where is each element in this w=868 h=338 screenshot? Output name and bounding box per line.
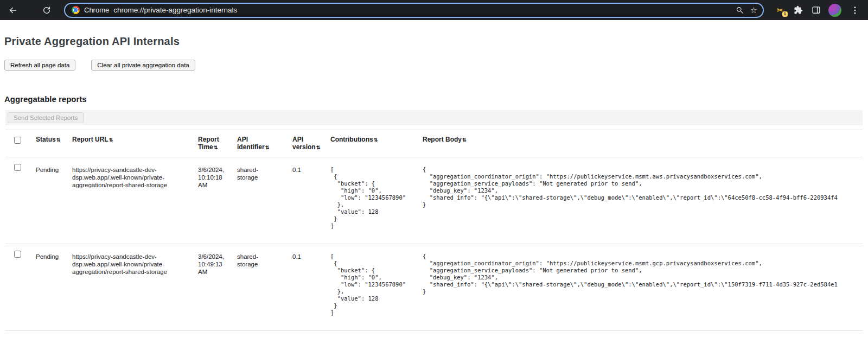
extension-badge: 1 [782, 11, 788, 17]
page-title: Private Aggregation API Internals [4, 35, 864, 48]
status-cell: Pending [33, 157, 69, 244]
puzzle-icon [794, 5, 803, 15]
table-header-row: Status⇅ Report URL⇅ Report Time⇅ API ide… [5, 130, 863, 157]
chrome-logo-icon [72, 6, 80, 14]
report-url-cell: https://privacy-sandcastle-dev-dsp.web.a… [69, 244, 195, 331]
back-icon [8, 5, 18, 15]
table-row: Pending https://privacy-sandcastle-dev-d… [5, 244, 863, 331]
send-selected-reports-button: Send Selected Reports [8, 112, 84, 123]
sort-icon: ⇅ [316, 145, 321, 150]
send-reports-bar: Send Selected Reports [5, 110, 863, 125]
reports-table: Status⇅ Report URL⇅ Report Time⇅ API ide… [5, 130, 863, 331]
header-contributions[interactable]: Contributions⇅ [327, 130, 419, 157]
report-time-cell: 3/6/2024, 10:10:18 AM [195, 157, 234, 244]
report-time-cell: 3/6/2024, 10:49:13 AM [195, 244, 234, 331]
contributions-json: [ { "bucket": { "high": "0", "low": "123… [330, 166, 416, 229]
side-panel-icon [812, 5, 821, 15]
report-body-cell: { "aggregation_coordinator_origin": "htt… [419, 157, 863, 244]
contributions-cell: [ { "bucket": { "high": "0", "low": "123… [327, 244, 419, 331]
report-body-json: { "aggregation_coordinator_origin": "htt… [423, 166, 859, 208]
row-checkbox[interactable] [14, 164, 21, 171]
api-identifier-cell: shared-storage [234, 244, 289, 331]
api-identifier-cell: shared-storage [234, 157, 289, 244]
api-version-cell: 0.1 [289, 244, 327, 331]
url-text[interactable]: chrome://private-aggregation-internals [113, 6, 731, 14]
row-checkbox[interactable] [14, 251, 21, 258]
contributions-cell: [ { "bucket": { "high": "0", "low": "123… [327, 157, 419, 244]
back-button[interactable] [5, 3, 21, 18]
extensions-menu-button[interactable] [793, 5, 803, 16]
page-actions: Refresh all page data Clear all private … [4, 60, 864, 71]
sort-icon: ⇅ [374, 137, 378, 143]
reload-button[interactable] [39, 3, 54, 18]
table-row: Pending https://privacy-sandcastle-dev-d… [5, 157, 863, 244]
header-api-identifier[interactable]: API identifier⇅ [234, 130, 289, 157]
pinned-extension-button[interactable]: ✂ 1 [775, 5, 786, 16]
header-api-version[interactable]: API version⇅ [289, 130, 327, 157]
sort-icon: ⇅ [56, 137, 61, 143]
bookmark-star-icon[interactable]: ☆ [750, 6, 757, 14]
browser-toolbar: Chrome chrome://private-aggregation-inte… [0, 0, 868, 20]
toolbar-right: ✂ 1 ⋮ [771, 4, 863, 17]
report-body-cell: { "aggregation_coordinator_origin": "htt… [419, 244, 863, 331]
header-report-body[interactable]: Report Body⇅ [419, 130, 863, 157]
sort-icon: ⇅ [109, 137, 113, 143]
chrome-chip-label: Chrome [84, 6, 109, 14]
select-all-checkbox[interactable] [14, 137, 21, 144]
clear-all-button[interactable]: Clear all private aggregation data [91, 60, 195, 71]
address-bar[interactable]: Chrome chrome://private-aggregation-inte… [64, 3, 764, 18]
page-content: Private Aggregation API Internals Refres… [0, 35, 868, 331]
zoom-icon[interactable] [736, 6, 744, 14]
refresh-all-button[interactable]: Refresh all page data [4, 60, 75, 71]
header-report-time[interactable]: Report Time⇅ [195, 130, 234, 157]
header-status[interactable]: Status⇅ [33, 130, 69, 157]
side-panel-button[interactable] [810, 5, 821, 16]
sort-icon: ⇅ [214, 145, 218, 150]
header-report-url[interactable]: Report URL⇅ [69, 130, 195, 157]
report-body-json: { "aggregation_coordinator_origin": "htt… [423, 253, 859, 295]
reload-icon [42, 6, 51, 15]
report-url-cell: https://privacy-sandcastle-dev-dsp.web.a… [69, 157, 195, 244]
api-version-cell: 0.1 [289, 157, 327, 244]
browser-menu-button[interactable]: ⋮ [848, 5, 861, 15]
sort-icon: ⇅ [265, 145, 270, 150]
contributions-json: [ { "bucket": { "high": "0", "low": "123… [330, 253, 416, 316]
aggregatable-reports-heading: Aggregatable reports [4, 94, 864, 104]
profile-avatar[interactable] [828, 4, 841, 17]
status-cell: Pending [33, 244, 69, 331]
sort-icon: ⇅ [462, 137, 467, 143]
